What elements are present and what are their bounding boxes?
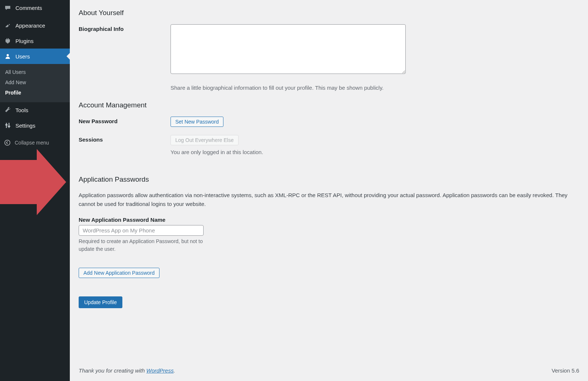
sidebar-item-label: Tools [15,107,28,113]
svg-rect-3 [5,124,8,125]
tools-icon [4,106,12,114]
sessions-label: Sessions [79,135,171,143]
new-app-pw-input[interactable] [79,225,204,236]
comment-icon [4,4,12,12]
bio-textarea[interactable] [171,24,406,74]
sidebar-item-label: Settings [15,122,35,129]
appearance-icon [4,21,12,29]
sidebar-item-settings[interactable]: Settings [0,118,70,133]
account-management-heading: Account Management [79,101,579,109]
set-new-password-button[interactable]: Set New Password [171,117,223,127]
new-app-pw-help: Required to create an Application Passwo… [79,238,218,253]
add-new-app-password-button[interactable]: Add New Application Password [79,268,159,278]
svg-point-5 [5,140,10,145]
settings-icon [4,121,12,129]
new-password-row: New Password Set New Password [79,117,579,127]
new-app-pw-label: New Application Password Name [79,217,579,223]
wordpress-link[interactable]: WordPress [146,367,173,374]
logout-everywhere-button[interactable]: Log Out Everywhere Else [171,135,239,145]
sidebar-item-label: Users [15,53,30,60]
plugins-icon [4,37,12,45]
footer-thanks: Thank you for creating with WordPress. [79,367,175,374]
bio-row: Biographical Info Share a little biograp… [79,24,579,92]
users-icon [4,52,12,60]
sidebar-item-label: Appearance [15,22,45,29]
svg-rect-4 [8,126,10,127]
about-yourself-heading: About Yourself [79,9,579,17]
svg-point-0 [7,54,9,56]
application-passwords-heading: Application Passwords [79,175,579,184]
sessions-note: You are only logged in at this location. [171,148,575,157]
sidebar-item-tools[interactable]: Tools [0,102,70,118]
bio-label: Biographical Info [79,24,171,32]
collapse-menu-button[interactable]: Collapse menu [0,135,70,150]
submenu-all-users[interactable]: All Users [0,67,70,77]
svg-rect-2 [8,123,10,128]
annotation-arrow-icon [0,149,66,222]
collapse-label: Collapse menu [15,140,49,146]
sidebar-item-label: Comments [15,5,42,11]
submenu-add-new[interactable]: Add New [0,77,70,88]
main-content: About Yourself Biographical Info Share a… [70,0,588,381]
sidebar-item-appearance[interactable]: Appearance [0,18,70,33]
sidebar-submenu-users: All Users Add New Profile [0,64,70,102]
new-password-label: New Password [79,117,171,124]
bio-description: Share a little biographical information … [171,84,575,92]
sidebar-item-comments[interactable]: Comments [0,0,70,15]
sidebar-item-users[interactable]: Users [0,49,70,64]
admin-footer: Thank you for creating with WordPress. V… [79,360,579,381]
sidebar-item-label: Plugins [15,38,33,44]
submenu-profile[interactable]: Profile [0,88,70,98]
collapse-icon [4,139,11,146]
footer-version: Version 5.6 [552,367,579,374]
sidebar-item-plugins[interactable]: Plugins [0,33,70,49]
sessions-row: Sessions Log Out Everywhere Else You are… [79,135,579,157]
app-passwords-description: Application passwords allow authenticati… [79,191,579,209]
update-profile-button[interactable]: Update Profile [79,296,122,308]
